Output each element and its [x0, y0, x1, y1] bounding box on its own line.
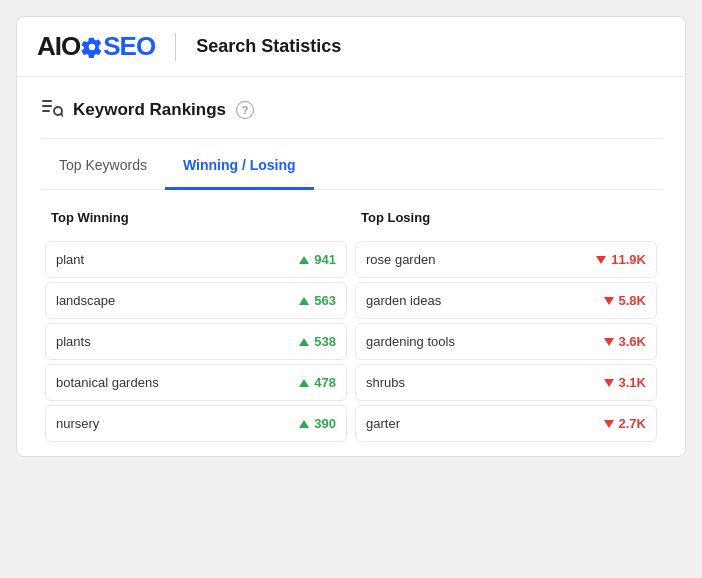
winning-row: landscape 563	[45, 282, 347, 319]
arrow-down-icon	[604, 297, 614, 305]
keyword-name: garden ideas	[366, 293, 441, 308]
keyword-value: 2.7K	[604, 416, 646, 431]
logo-aio: AIO	[37, 31, 80, 62]
main-card: AIO SEO Search Statistics Keyword Rankin…	[16, 16, 686, 457]
winning-row: botanical gardens 478	[45, 364, 347, 401]
keyword-name: rose garden	[366, 252, 435, 267]
keyword-name: nursery	[56, 416, 99, 431]
winning-header: Top Winning	[41, 210, 351, 237]
arrow-down-icon	[604, 338, 614, 346]
svg-line-4	[61, 114, 63, 116]
logo-seo: SEO	[103, 31, 155, 62]
keyword-name: gardening tools	[366, 334, 455, 349]
arrow-up-icon	[299, 256, 309, 264]
gear-icon	[81, 36, 103, 58]
losing-row: garter 2.7K	[355, 405, 657, 442]
logo: AIO SEO	[37, 31, 155, 62]
arrow-up-icon	[299, 297, 309, 305]
app-header: AIO SEO Search Statistics	[17, 17, 685, 77]
section-header: Keyword Rankings ?	[41, 97, 661, 139]
keyword-name: shrubs	[366, 375, 405, 390]
losing-row: shrubs 3.1K	[355, 364, 657, 401]
keyword-value: 941	[299, 252, 336, 267]
winning-column: Top Winning plant 941 landscape 563 plan…	[41, 210, 351, 446]
losing-column: Top Losing rose garden 11.9K garden idea…	[351, 210, 661, 446]
tab-winning-losing[interactable]: Winning / Losing	[165, 143, 314, 190]
table-area: Top Winning plant 941 landscape 563 plan…	[41, 190, 661, 456]
keyword-name: plants	[56, 334, 91, 349]
keyword-value: 11.9K	[596, 252, 646, 267]
page-title: Search Statistics	[196, 36, 341, 57]
card-body: Keyword Rankings ? Top Keywords Winning …	[17, 77, 685, 456]
arrow-down-icon	[604, 379, 614, 387]
keyword-value: 478	[299, 375, 336, 390]
winning-row: nursery 390	[45, 405, 347, 442]
arrow-up-icon	[299, 379, 309, 387]
list-search-icon	[41, 97, 63, 122]
keyword-value: 5.8K	[604, 293, 646, 308]
keyword-value: 538	[299, 334, 336, 349]
keyword-value: 390	[299, 416, 336, 431]
losing-row: rose garden 11.9K	[355, 241, 657, 278]
arrow-up-icon	[299, 338, 309, 346]
keyword-value: 563	[299, 293, 336, 308]
losing-row: garden ideas 5.8K	[355, 282, 657, 319]
keyword-name: garter	[366, 416, 400, 431]
winning-row: plants 538	[45, 323, 347, 360]
keyword-value: 3.6K	[604, 334, 646, 349]
section-title: Keyword Rankings	[73, 100, 226, 120]
winning-row: plant 941	[45, 241, 347, 278]
tab-top-keywords[interactable]: Top Keywords	[41, 143, 165, 190]
header-divider	[175, 33, 176, 61]
keyword-name: landscape	[56, 293, 115, 308]
keyword-value: 3.1K	[604, 375, 646, 390]
arrow-down-icon	[604, 420, 614, 428]
losing-row: gardening tools 3.6K	[355, 323, 657, 360]
tabs-container: Top Keywords Winning / Losing	[41, 143, 661, 190]
losing-header: Top Losing	[351, 210, 661, 237]
keyword-name: plant	[56, 252, 84, 267]
arrow-down-icon	[596, 256, 606, 264]
arrow-up-icon	[299, 420, 309, 428]
keyword-name: botanical gardens	[56, 375, 159, 390]
help-icon[interactable]: ?	[236, 101, 254, 119]
